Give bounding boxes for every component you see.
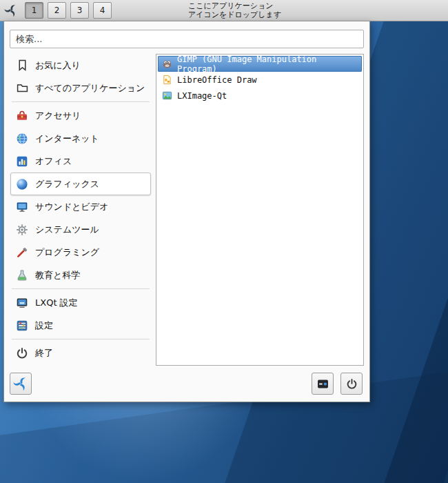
office-icon [15, 155, 29, 168]
lock-screen-icon [317, 378, 329, 390]
workspace-button-1[interactable]: 1 [25, 2, 43, 19]
workspace-button-2[interactable]: 2 [48, 2, 66, 19]
multimedia-icon [15, 200, 29, 214]
lxqt-logo-icon [12, 375, 29, 392]
workspace-button-4[interactable]: 4 [93, 2, 112, 19]
app-menu-window: お気に入り すべてのアプリケーション アクセサリ [3, 21, 370, 402]
top-panel: 1 2 3 4 ここにアプリケーション アイコンをドロップします [0, 0, 448, 21]
sidebar-item-system-tools[interactable]: システムツール [10, 218, 151, 241]
app-item-label: LXImage-Qt [177, 91, 227, 101]
globe-icon [15, 132, 29, 146]
search-input[interactable] [10, 30, 364, 48]
lock-screen-button[interactable] [312, 373, 334, 395]
sidebar-item-label: すべてのアプリケーション [35, 82, 145, 95]
app-item-label: LibreOffice Draw [177, 75, 257, 85]
sidebar-item-sound-video[interactable]: サウンドとビデオ [10, 195, 151, 218]
power-icon [15, 346, 29, 360]
sidebar-item-label: サウンドとビデオ [35, 201, 108, 213]
sidebar-item-programming[interactable]: プログラミング [10, 241, 151, 264]
drop-hint-line2: アイコンをドロップします [188, 10, 281, 19]
app-item-gimp[interactable]: GIMP (GNU Image Manipulation Program) [158, 56, 362, 72]
sidebar-item-label: システムツール [35, 224, 99, 236]
workspace-button-3[interactable]: 3 [70, 2, 89, 19]
desktop: { "colors": { "selection_blue": "#4e88c8… [0, 0, 448, 483]
sidebar-item-label: アクセサリ [35, 110, 81, 122]
category-sidebar: お気に入り すべてのアプリケーション アクセサリ [10, 54, 156, 366]
toolbox-icon [15, 109, 29, 123]
quicklaunch-drop-hint[interactable]: ここにアプリケーション アイコンをドロップします [188, 1, 281, 19]
sidebar-separator [12, 339, 150, 339]
sidebar-item-graphics[interactable]: グラフィックス [10, 172, 151, 195]
sidebar-item-label: プログラミング [35, 246, 99, 259]
sidebar-item-label: オフィス [35, 155, 72, 168]
sidebar-item-label: LXQt 設定 [35, 297, 78, 309]
libreoffice-draw-icon [161, 75, 172, 86]
session-buttons [312, 373, 363, 395]
gear-icon [15, 223, 29, 237]
lxqt-settings-icon [15, 296, 29, 310]
sidebar-separator [12, 101, 150, 102]
bookmark-icon [15, 59, 29, 72]
flask-icon [15, 268, 29, 282]
menu-footer [10, 371, 364, 396]
settings-icon [15, 319, 29, 333]
lximage-icon [161, 90, 172, 101]
app-item-label: GIMP (GNU Image Manipulation Program) [177, 55, 358, 74]
application-list: GIMP (GNU Image Manipulation Program) Li… [156, 54, 364, 366]
sidebar-item-label: グラフィックス [35, 178, 99, 190]
sidebar-item-favorites[interactable]: お気に入り [10, 54, 151, 77]
sidebar-item-accessories[interactable]: アクセサリ [10, 104, 151, 127]
drop-hint-line1: ここにアプリケーション [188, 1, 281, 10]
folder-icon [15, 81, 29, 95]
sidebar-item-office[interactable]: オフィス [10, 150, 151, 172]
tools-icon [15, 246, 29, 259]
sidebar-item-label: 終了 [35, 347, 53, 359]
sidebar-item-label: インターネット [35, 132, 99, 145]
sidebar-item-label: 設定 [35, 319, 53, 332]
sidebar-item-lxqt-settings[interactable]: LXQt 設定 [10, 291, 151, 314]
sidebar-item-all-applications[interactable]: すべてのアプリケーション [10, 77, 151, 99]
sidebar-item-internet[interactable]: インターネット [10, 127, 151, 150]
power-icon [346, 378, 358, 390]
sidebar-item-leave[interactable]: 終了 [10, 342, 151, 364]
lxqt-menu-button[interactable] [2, 1, 20, 19]
gimp-icon [161, 59, 172, 70]
sidebar-item-settings[interactable]: 設定 [10, 314, 151, 337]
sidebar-item-label: 教育と科学 [35, 269, 80, 282]
lxqt-logo-icon [3, 3, 19, 18]
power-button[interactable] [340, 373, 363, 395]
menu-body: お気に入り すべてのアプリケーション アクセサリ [10, 54, 364, 366]
sidebar-item-label: お気に入り [35, 59, 81, 72]
app-item-libreoffice-draw[interactable]: LibreOffice Draw [158, 72, 362, 88]
about-lxqt-button[interactable] [10, 373, 32, 395]
graphics-sphere-icon [15, 177, 29, 191]
app-item-lximage-qt[interactable]: LXImage-Qt [158, 88, 362, 103]
sidebar-separator [12, 288, 150, 289]
sidebar-item-education-science[interactable]: 教育と科学 [10, 264, 151, 286]
